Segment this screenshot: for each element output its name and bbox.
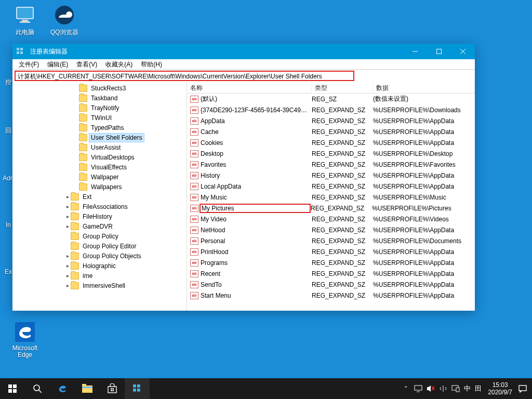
menu-file[interactable]: 文件(F) (15, 59, 43, 69)
caret-icon[interactable] (64, 263, 71, 269)
taskbar-file-explorer[interactable] (75, 378, 100, 399)
value-name: NetHood (201, 227, 312, 234)
list-row[interactable]: HistoryREG_EXPAND_SZ%USERPROFILE%\AppDat… (187, 170, 475, 181)
menu-edit[interactable]: 编辑(E) (43, 59, 72, 69)
caret-icon[interactable] (64, 273, 71, 278)
tree-node[interactable]: ImmersiveShell (12, 281, 187, 290)
list-row[interactable]: Local AppDataREG_EXPAND_SZ%USERPROFILE%\… (187, 181, 475, 192)
ime-indicator-2[interactable]: 田 (473, 378, 484, 399)
list-row[interactable]: CacheREG_EXPAND_SZ%USERPROFILE%\AppData (187, 126, 475, 137)
tree-node[interactable]: User Shell Folders (12, 132, 187, 142)
tree-node[interactable]: VirtualDesktops (12, 152, 187, 162)
search-button[interactable] (25, 378, 50, 399)
tree-node[interactable]: Group Policy (12, 231, 187, 241)
taskbar-regedit[interactable] (125, 378, 150, 399)
tree-node-label: UserAssist (89, 143, 122, 152)
list-body[interactable]: (默认)REG_SZ(数值未设置){374DE290-123F-4565-916… (187, 94, 475, 311)
folder-icon (79, 114, 87, 122)
col-data[interactable]: 数据 (373, 82, 475, 93)
list-row[interactable]: DesktopREG_EXPAND_SZ%USERPROFILE%\Deskto… (187, 148, 475, 159)
tree-node[interactable]: Group Policy Editor (12, 241, 187, 251)
value-type: REG_EXPAND_SZ (312, 259, 373, 267)
svg-rect-2 (20, 21, 30, 23)
tray-monitor-icon[interactable] (412, 378, 424, 399)
caret-icon[interactable] (64, 253, 71, 259)
tree-node[interactable]: Group Policy Objects (12, 251, 187, 261)
action-center-icon[interactable] (516, 378, 529, 399)
desktop-icon-this-pc[interactable]: 此电脑 (6, 4, 44, 37)
list-row[interactable]: NetHoodREG_EXPAND_SZ%USERPROFILE%\AppDat… (187, 224, 475, 235)
taskbar-clock[interactable]: 15:03 2020/9/7 (484, 381, 516, 396)
value-data: %USERPROFILE%\AppData (373, 259, 475, 267)
taskbar-store[interactable] (100, 378, 125, 399)
menu-help[interactable]: 帮助(H) (137, 59, 166, 69)
tree-node[interactable]: TypedPaths (12, 123, 187, 132)
value-name: History (201, 172, 312, 179)
tree-node[interactable]: Holographic (12, 261, 187, 271)
svg-rect-9 (20, 51, 23, 54)
list-row[interactable]: AppDataREG_EXPAND_SZ%USERPROFILE%\AppDat… (187, 115, 475, 126)
tray-app-icon[interactable] (437, 378, 449, 399)
tree-node[interactable]: UserAssist (12, 142, 187, 152)
list-row[interactable]: PersonalREG_EXPAND_SZ%USERPROFILE%\Docum… (187, 235, 475, 246)
folder-icon (71, 252, 79, 260)
address-bar[interactable]: 计算机\HKEY_CURRENT_USER\SOFTWARE\Microsoft… (15, 71, 354, 81)
maximize-button[interactable] (427, 44, 451, 59)
value-type: REG_EXPAND_SZ (312, 194, 373, 201)
caret-icon[interactable] (64, 223, 71, 229)
value-name: PrintHood (201, 248, 312, 256)
list-row[interactable]: CookiesREG_EXPAND_SZ%USERPROFILE%\AppDat… (187, 137, 475, 148)
tray-overflow-icon[interactable]: ˄ (400, 378, 412, 399)
tree-node[interactable]: Wallpaper (12, 172, 187, 182)
close-button[interactable] (451, 44, 475, 59)
col-name[interactable]: 名称 (187, 82, 312, 93)
minimize-button[interactable] (403, 44, 427, 59)
tree-node[interactable]: FileHistory (12, 211, 187, 221)
list-row[interactable]: (默认)REG_SZ(数值未设置) (187, 94, 475, 104)
value-data: %USERPROFILE%\AppData (373, 139, 475, 147)
caret-icon[interactable] (64, 194, 71, 200)
menu-favorites[interactable]: 收藏夹(A) (101, 59, 137, 69)
tree-node[interactable]: Ext (12, 192, 187, 202)
value-name: Start Menu (201, 292, 312, 299)
list-header[interactable]: 名称 类型 数据 (187, 82, 475, 94)
taskbar-edge[interactable] (50, 378, 75, 399)
list-row[interactable]: ProgramsREG_EXPAND_SZ%USERPROFILE%\AppDa… (187, 257, 475, 268)
tree-node[interactable]: TrayNotify (12, 103, 187, 113)
start-button[interactable] (0, 378, 25, 399)
list-row[interactable]: My PicturesREG_EXPAND_SZ%USERPROFILE%\Pi… (187, 203, 475, 214)
registry-tree[interactable]: StuckRects3TaskbandTrayNotifyTWinUITyped… (12, 82, 187, 311)
svg-rect-1 (22, 20, 28, 21)
ime-indicator[interactable]: 中 (462, 378, 473, 399)
list-row[interactable]: {374DE290-123F-4565-9164-39C4925...REG_E… (187, 104, 475, 115)
list-row[interactable]: RecentREG_EXPAND_SZ%USERPROFILE%\AppData (187, 268, 475, 279)
caret-icon[interactable] (64, 204, 71, 209)
tree-node[interactable]: GameDVR (12, 221, 187, 231)
tree-node-label: TrayNotify (89, 104, 121, 112)
list-row[interactable]: SendToREG_EXPAND_SZ%USERPROFILE%\AppData (187, 279, 475, 290)
list-row[interactable]: My MusicREG_EXPAND_SZ%USERPROFILE%\Music (187, 192, 475, 203)
list-row[interactable]: FavoritesREG_EXPAND_SZ%USERPROFILE%\Favo… (187, 159, 475, 170)
tree-node[interactable]: Taskband (12, 93, 187, 103)
desktop-icon-edge[interactable]: Microsoft Edge (6, 321, 44, 358)
caret-icon[interactable] (64, 283, 71, 288)
list-row[interactable]: PrintHoodREG_EXPAND_SZ%USERPROFILE%\AppD… (187, 246, 475, 257)
titlebar[interactable]: 注册表编辑器 (12, 44, 475, 59)
tree-node[interactable]: FileAssociations (12, 202, 187, 211)
tree-node[interactable]: Wallpapers (12, 182, 187, 192)
desktop-icon-qq-browser[interactable]: QQ浏览器 (46, 4, 83, 37)
list-row[interactable]: Start MenuREG_EXPAND_SZ%USERPROFILE%\App… (187, 290, 475, 301)
tree-node[interactable]: TWinUI (12, 113, 187, 123)
svg-line-19 (39, 390, 42, 393)
caret-icon[interactable] (64, 214, 71, 219)
list-row[interactable]: My VideoREG_EXPAND_SZ%USERPROFILE%\Video… (187, 214, 475, 224)
folder-icon (79, 183, 87, 191)
tree-node[interactable]: ime (12, 271, 187, 281)
tree-node[interactable]: VisualEffects (12, 162, 187, 172)
tree-node[interactable]: StuckRects3 (12, 83, 187, 93)
tray-network-icon[interactable] (449, 378, 462, 399)
menu-view[interactable]: 查看(V) (72, 59, 101, 69)
tray-volume-muted-icon[interactable] (424, 378, 437, 399)
col-type[interactable]: 类型 (312, 82, 373, 93)
folder-icon (79, 174, 87, 181)
